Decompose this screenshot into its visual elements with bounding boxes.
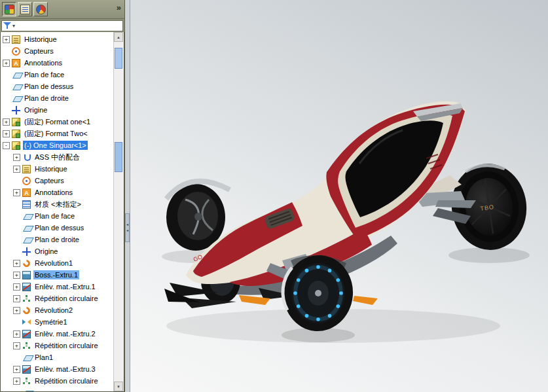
expand-toggle[interactable]: +	[13, 154, 20, 161]
tree-item-label: (固定) Format one<1	[23, 116, 92, 128]
tree-item-12[interactable]: Capteurs	[1, 175, 113, 187]
tree-item-28[interactable]: +Enlèv. mat.-Extru.3	[1, 363, 113, 375]
expand-toggle[interactable]: +	[13, 330, 20, 338]
plane-icon	[22, 224, 31, 232]
tab-configuration-manager[interactable]	[33, 2, 48, 16]
mates-icon	[22, 153, 31, 162]
tab-feature-tree[interactable]	[2, 2, 16, 16]
tree-item-5[interactable]: Plan de droite	[1, 92, 113, 104]
viewport-3d[interactable]: TBO	[130, 0, 548, 392]
tree-item-1[interactable]: Capteurs	[1, 45, 113, 57]
tree-item-26[interactable]: +Répétition circulaire	[1, 340, 113, 351]
tree-item-14[interactable]: 材质 <未指定>	[1, 198, 113, 210]
expand-toggle[interactable]: +	[3, 36, 10, 43]
tree-item-18[interactable]: Origine	[1, 245, 113, 257]
expand-toggle[interactable]: +	[13, 366, 20, 373]
tree-item-4[interactable]: Plan de dessus	[1, 80, 113, 92]
tree-item-29[interactable]: +Répétition circulaire	[1, 375, 113, 387]
solidworks-window: » ▾ +HistoriqueCapteurs+AnnotationsPlan …	[0, 0, 548, 392]
feature-manager-panel: » ▾ +HistoriqueCapteurs+AnnotationsPlan …	[0, 0, 125, 392]
scrollbar-marker[interactable]	[115, 142, 122, 172]
tree-item-0[interactable]: +Historique	[1, 33, 113, 45]
scroll-up-button[interactable]: ▲	[114, 32, 123, 42]
tree-item-label: Plan de droite	[23, 94, 70, 103]
expand-toggle[interactable]: +	[13, 189, 20, 196]
tree-item-10[interactable]: +ASS 中的配合	[1, 151, 113, 163]
tree-item-6[interactable]: Origine	[1, 104, 113, 116]
tree-item-2[interactable]: +Annotations	[1, 57, 113, 69]
pie-chart-icon	[36, 5, 46, 14]
tree-item-9[interactable]: -(-) One Singuar<1>	[1, 139, 113, 151]
tree-item-19[interactable]: +Révolution1	[1, 257, 113, 269]
tree-item-21[interactable]: +Enlèv. mat.-Extru.1	[1, 281, 113, 293]
tree-item-25[interactable]: +Enlèv. mat.-Extru.2	[1, 328, 113, 340]
tree-item-label: Enlèv. mat.-Extru.1	[33, 282, 97, 291]
origin-icon	[22, 247, 31, 256]
tree-item-8[interactable]: +(固定) Format Two<	[1, 128, 113, 139]
expand-toggle[interactable]: +	[13, 272, 20, 279]
tree-item-17[interactable]: Plan de droite	[1, 234, 113, 245]
panel-splitter[interactable]: ◂ ◂	[125, 0, 130, 392]
scroll-down-button[interactable]: ▼	[114, 382, 123, 391]
tree-item-20[interactable]: +Boss.-Extru.1	[1, 269, 113, 281]
expand-toggle[interactable]: +	[13, 378, 20, 385]
tree-item-label: 材质 <未指定>	[33, 199, 82, 210]
tree-item-22[interactable]: +Répétition circulaire	[1, 293, 113, 304]
tree-item-label: Révolution2	[33, 306, 74, 315]
tree-item-24[interactable]: Symétrie1	[1, 316, 113, 328]
annotations-icon	[12, 59, 20, 67]
expand-toggle[interactable]: -	[3, 142, 10, 149]
tree-item-label: Origine	[23, 105, 48, 115]
sensors-icon	[12, 47, 20, 56]
feature-tree[interactable]: +HistoriqueCapteurs+AnnotationsPlan de f…	[1, 32, 113, 391]
tree-item-label: Plan de face	[33, 211, 76, 221]
tab-property-manager[interactable]	[18, 2, 32, 16]
tree-item-label: Historique	[23, 35, 58, 44]
tree-item-label: Capteurs	[23, 46, 55, 56]
scrollbar-thumb[interactable]	[115, 48, 122, 69]
filter-field[interactable]: ▾	[1, 20, 123, 31]
expand-toggle[interactable]: +	[13, 283, 20, 291]
expand-toggle[interactable]: +	[3, 60, 10, 67]
expand-toggle[interactable]: +	[3, 118, 10, 126]
tree-item-label: Plan de droite	[33, 235, 81, 244]
overflow-chevron-icon[interactable]: »	[117, 3, 121, 12]
cut-extrude-icon	[22, 283, 31, 291]
plane-icon	[22, 212, 31, 221]
dropdown-caret-icon[interactable]: ▾	[12, 23, 15, 29]
panel-collapse-button[interactable]: ◂ ◂	[125, 213, 130, 242]
expand-toggle[interactable]: +	[13, 166, 20, 173]
tree-item-7[interactable]: +(固定) Format one<1	[1, 116, 113, 128]
origin-icon	[12, 106, 20, 115]
expand-toggle[interactable]: +	[13, 260, 20, 267]
tree-item-30[interactable]	[1, 387, 113, 391]
circular-pattern-icon	[22, 294, 31, 303]
plane-icon	[22, 353, 31, 362]
plane-icon	[22, 389, 31, 392]
funnel-icon	[3, 22, 11, 29]
tree-wrap: +HistoriqueCapteurs+AnnotationsPlan de f…	[0, 32, 124, 392]
expand-toggle[interactable]: +	[3, 130, 10, 137]
tree-item-13[interactable]: +Annotations	[1, 187, 113, 198]
tree-item-label: Enlèv. mat.-Extru.2	[33, 329, 97, 338]
tree-item-label: (固定) Format Two<	[23, 128, 89, 139]
tree-item-27[interactable]: Plan1	[1, 351, 113, 363]
mirror-icon	[22, 318, 31, 327]
tree-item-label: Plan de dessus	[33, 223, 85, 232]
viewport-canvas[interactable]: TBO	[130, 0, 548, 392]
tree-item-23[interactable]: +Révolution2	[1, 304, 113, 316]
tree-item-label: ASS 中的配合	[33, 152, 81, 163]
tree-item-3[interactable]: Plan de face	[1, 69, 113, 80]
plane-icon	[22, 236, 31, 244]
tree-item-label: Répétition circulaire	[33, 294, 100, 303]
expand-toggle[interactable]: +	[13, 307, 20, 314]
tree-scrollbar[interactable]: ▲ ▼	[113, 32, 124, 391]
plane-icon	[12, 82, 20, 91]
car-model[interactable]: TBO	[164, 101, 532, 335]
expand-toggle[interactable]: +	[13, 295, 20, 302]
tree-item-11[interactable]: +Historique	[1, 163, 113, 175]
tree-item-15[interactable]: Plan de face	[1, 210, 113, 222]
panel-header: »	[0, 0, 124, 19]
expand-toggle[interactable]: +	[13, 342, 20, 349]
tree-item-16[interactable]: Plan de dessus	[1, 222, 113, 234]
